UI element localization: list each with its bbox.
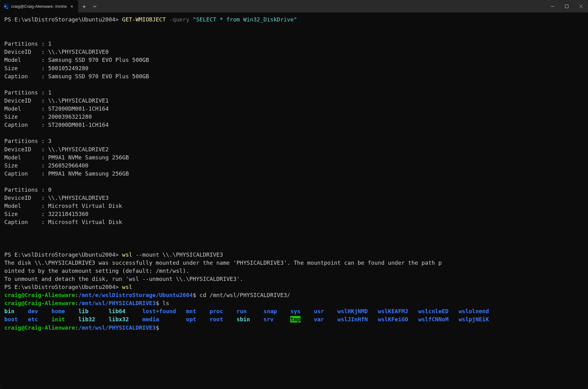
prop-value: 3: [48, 138, 52, 144]
command-line: PS E:\wslDistroStorage\Ubuntu2004> GET-W…: [4, 16, 584, 24]
prop-key: Size: [4, 113, 41, 120]
prop-value: 256052966400: [48, 162, 88, 169]
prop-key: DeviceID: [4, 146, 41, 153]
prop-key: Caption: [4, 73, 41, 80]
command-line: PS E:\wslDistroStorage\Ubuntu2004> wsl: [4, 283, 584, 291]
cmdlet-name: GET-WMIOBJECT: [122, 16, 166, 23]
ps-prompt: PS E:\wslDistroStorage\Ubuntu2004>: [4, 16, 122, 23]
powershell-icon: >_: [4, 4, 9, 9]
bash-prompt: craig@Craig-Alienware:/mnt/e/wslDistroSt…: [4, 291, 584, 299]
drive-property: Caption : Samsung SSD 970 EVO Plus 500GB: [4, 72, 584, 80]
ls-entry: wslJInHfN: [337, 316, 368, 323]
ls-entry: boot: [4, 316, 18, 323]
prop-sep: :: [41, 146, 48, 153]
ls-entry: wslolnend: [459, 308, 489, 314]
tab-dropdown-button[interactable]: [90, 3, 99, 10]
prop-key: Caption: [4, 170, 41, 177]
prop-value: 0: [48, 186, 52, 193]
minimize-button[interactable]: [545, 0, 559, 12]
ls-entry: bin: [4, 308, 15, 314]
prop-sep: :: [41, 138, 48, 144]
prop-value: \\.\PHYSICALDRIVE0: [48, 48, 109, 55]
ls-entry: sbin: [237, 316, 250, 323]
ls-entry: sys: [290, 308, 301, 314]
titlebar: >_ craig@Craig-Alienware: /mnt/w ✕ +: [0, 0, 588, 12]
ls-row: bin dev home lib lib64 lost+found mnt pr…: [4, 307, 584, 315]
output-line: To unmount and detach the disk, run 'wsl…: [4, 275, 584, 283]
prop-value: 322118415360: [48, 211, 88, 217]
ls-row: boot etc init lib32 libx32 media opt roo…: [4, 315, 584, 323]
ls-entry: srv: [264, 316, 274, 323]
tab-strip: >_ craig@Craig-Alienware: /mnt/w ✕ +: [0, 0, 99, 12]
prop-value: 1: [48, 40, 52, 47]
drive-property: Partitions : 1: [4, 89, 584, 97]
cmd-arg: "SELECT * from Win32_DiskDrive": [189, 16, 297, 23]
output-text: To unmount and detach the disk, run 'wsl…: [4, 276, 243, 282]
prop-key: Size: [4, 211, 41, 217]
drive-property: Size : 2000396321280: [4, 113, 584, 121]
bash-path: /mnt/wsl/PHYSICALDRIVE3: [78, 324, 156, 331]
prop-value: Microsoft Virtual Disk: [48, 203, 122, 209]
prop-value: Samsung SSD 970 EVO Plus 500GB: [48, 57, 149, 63]
ls-entry: home: [52, 308, 65, 314]
prop-value: PM9A1 NVMe Samsung 256GB: [48, 154, 129, 161]
prop-sep: :: [41, 97, 48, 104]
drive-property: Partitions : 0: [4, 186, 584, 194]
prop-key: Partitions: [4, 40, 41, 47]
prop-sep: :: [41, 105, 48, 112]
ls-entry: wslcnleED: [418, 308, 449, 314]
close-window-button[interactable]: [574, 0, 588, 12]
ls-entry: mnt: [186, 308, 196, 314]
prop-sep: :: [41, 113, 48, 120]
ls-entry: media: [142, 316, 159, 323]
prop-value: PM9A1 NVMe Samsung 256GB: [48, 170, 129, 177]
active-tab[interactable]: >_ craig@Craig-Alienware: /mnt/w ✕: [0, 0, 78, 12]
close-tab-button[interactable]: ✕: [69, 3, 74, 9]
prop-value: 2000396321280: [48, 113, 92, 120]
output-text: ointed to by the automount setting (defa…: [4, 268, 189, 274]
ls-entry: wslfCNNoM: [418, 316, 449, 323]
prop-key: DeviceID: [4, 194, 41, 201]
command-line: PS E:\wslDistroStorage\Ubuntu2004> wsl -…: [4, 251, 584, 259]
drive-property: DeviceID : \\.\PHYSICALDRIVE1: [4, 97, 584, 105]
window-controls: [545, 0, 588, 12]
terminal-body[interactable]: PS E:\wslDistroStorage\Ubuntu2004> GET-W…: [0, 12, 588, 389]
tab-title: craig@Craig-Alienware: /mnt/w: [11, 4, 67, 9]
prop-key: Model: [4, 154, 41, 161]
prop-key: DeviceID: [4, 97, 41, 104]
ls-entry: wslKEAFMJ: [378, 308, 408, 314]
prop-sep: :: [41, 154, 48, 161]
drive-property: Size : 322118415360: [4, 210, 584, 218]
prop-key: Model: [4, 57, 41, 63]
colon: :: [75, 300, 79, 306]
dollar: $: [156, 324, 159, 331]
prop-value: \\.\PHYSICALDRIVE3: [48, 194, 109, 201]
prop-sep: :: [41, 194, 48, 201]
prop-value: 500105249280: [48, 65, 88, 71]
ls-entry: var: [314, 316, 324, 323]
drive-property: Caption : Microsoft Virtual Disk: [4, 218, 584, 226]
prop-key: Size: [4, 65, 41, 71]
prop-value: Samsung SSD 970 EVO Plus 500GB: [48, 73, 149, 80]
prop-value: Microsoft Virtual Disk: [48, 219, 122, 225]
drive-property: Model : Samsung SSD 970 EVO Plus 500GB: [4, 56, 584, 64]
cmd-flag: -query: [166, 16, 189, 23]
bash-user: craig@Craig-Alienware: [4, 324, 75, 331]
bash-prompt: craig@Craig-Alienware:/mnt/wsl/PHYSICALD…: [4, 299, 584, 307]
drive-property: Size : 256052966400: [4, 162, 584, 170]
prop-key: Partitions: [4, 89, 41, 96]
prop-value: \\.\PHYSICALDRIVE2: [48, 146, 109, 153]
prop-key: Model: [4, 105, 41, 112]
drive-property: DeviceID : \\.\PHYSICALDRIVE0: [4, 48, 584, 56]
new-tab-button[interactable]: +: [78, 3, 90, 10]
prop-sep: :: [41, 203, 48, 209]
bash-path: /mnt/wsl/PHYSICALDRIVE3: [78, 300, 156, 306]
prop-key: Partitions: [4, 138, 41, 144]
maximize-button[interactable]: [559, 0, 574, 12]
colon: :: [75, 292, 79, 298]
prop-sep: :: [41, 219, 48, 225]
drive-property: DeviceID : \\.\PHYSICALDRIVE3: [4, 194, 584, 202]
drive-property: Caption : PM9A1 NVMe Samsung 256GB: [4, 170, 584, 178]
bash-prompt: craig@Craig-Alienware:/mnt/wsl/PHYSICALD…: [4, 324, 584, 332]
drive-property: Partitions : 3: [4, 137, 584, 145]
